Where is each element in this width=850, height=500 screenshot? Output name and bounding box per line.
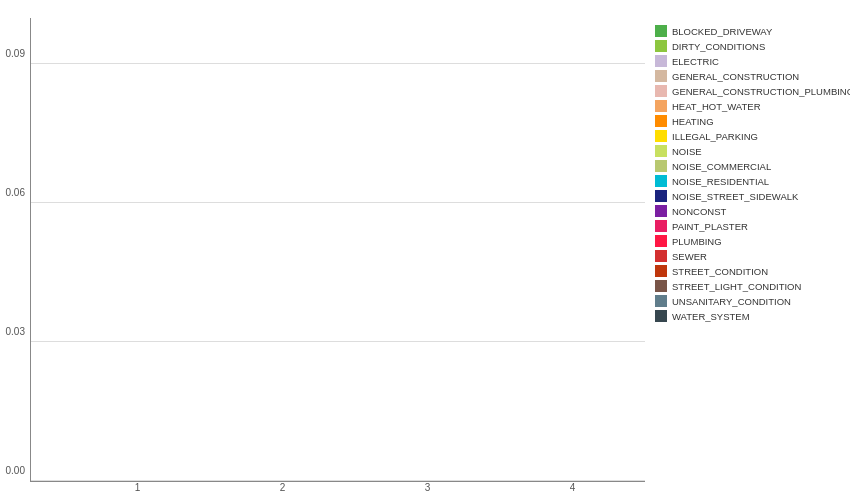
legend-color-box [655, 115, 667, 127]
legend-label: STREET_CONDITION [672, 266, 768, 277]
legend-color-box [655, 250, 667, 262]
legend-item: NOISE [655, 145, 840, 157]
legend-item: STREET_LIGHT_CONDITION [655, 280, 840, 292]
legend-item: NOISE_STREET_SIDEWALK [655, 190, 840, 202]
chart-inner: 0.000.030.060.09 1 2 3 4 [10, 18, 645, 495]
legend-label: STREET_LIGHT_CONDITION [672, 281, 801, 292]
chart-plot: 0.000.030.060.09 1 2 3 4 [30, 18, 645, 495]
y-tick-label: 0.03 [6, 326, 25, 337]
chart-area: 0.000.030.060.09 1 2 3 4 [10, 10, 645, 495]
legend-item: STREET_CONDITION [655, 265, 840, 277]
legend-label: ELECTRIC [672, 56, 719, 67]
legend-label: GENERAL_CONSTRUCTION_PLUMBING [672, 86, 850, 97]
legend-label: PAINT_PLASTER [672, 221, 748, 232]
chart-container: 0.000.030.060.09 1 2 3 4 BLOCKED_DRIVEWA… [0, 0, 850, 500]
legend-label: ILLEGAL_PARKING [672, 131, 758, 142]
legend-label: NOISE [672, 146, 702, 157]
legend-color-box [655, 175, 667, 187]
x-tick-2: 2 [210, 482, 355, 493]
legend-label: NONCONST [672, 206, 726, 217]
legend-item: GENERAL_CONSTRUCTION_PLUMBING [655, 85, 840, 97]
bars-container [31, 18, 645, 481]
legend-item: PLUMBING [655, 235, 840, 247]
x-tick-4: 4 [500, 482, 645, 493]
legend-label: DIRTY_CONDITIONS [672, 41, 765, 52]
legend-item: UNSANITARY_CONDITION [655, 295, 840, 307]
legend-color-box [655, 25, 667, 37]
plot-area: 0.000.030.060.09 [30, 18, 645, 482]
legend-color-box [655, 160, 667, 172]
legend-label: NOISE_RESIDENTIAL [672, 176, 769, 187]
y-tick-label: 0.06 [6, 187, 25, 198]
legend-label: HEATING [672, 116, 714, 127]
legend-item: ILLEGAL_PARKING [655, 130, 840, 142]
legend-color-box [655, 265, 667, 277]
legend-item: WATER_SYSTEM [655, 310, 840, 322]
legend-color-box [655, 100, 667, 112]
legend-color-box [655, 70, 667, 82]
legend-color-box [655, 145, 667, 157]
legend-item: HEATING [655, 115, 840, 127]
legend-color-box [655, 190, 667, 202]
legend: BLOCKED_DRIVEWAY DIRTY_CONDITIONS ELECTR… [645, 10, 845, 495]
legend-item: BLOCKED_DRIVEWAY [655, 25, 840, 37]
legend-label: WATER_SYSTEM [672, 311, 750, 322]
legend-item: PAINT_PLASTER [655, 220, 840, 232]
legend-label: SEWER [672, 251, 707, 262]
legend-label: HEAT_HOT_WATER [672, 101, 761, 112]
legend-item: GENERAL_CONSTRUCTION [655, 70, 840, 82]
y-tick-label: 0.09 [6, 48, 25, 59]
legend-item: NOISE_RESIDENTIAL [655, 175, 840, 187]
legend-color-box [655, 280, 667, 292]
legend-color-box [655, 55, 667, 67]
legend-color-box [655, 130, 667, 142]
legend-color-box [655, 310, 667, 322]
legend-color-box [655, 220, 667, 232]
legend-label: PLUMBING [672, 236, 722, 247]
legend-item: SEWER [655, 250, 840, 262]
legend-label: BLOCKED_DRIVEWAY [672, 26, 772, 37]
legend-item: NOISE_COMMERCIAL [655, 160, 840, 172]
legend-color-box [655, 85, 667, 97]
y-tick-label: 0.00 [6, 465, 25, 476]
x-tick-1: 1 [65, 482, 210, 493]
legend-item: HEAT_HOT_WATER [655, 100, 840, 112]
legend-label: NOISE_COMMERCIAL [672, 161, 771, 172]
legend-label: UNSANITARY_CONDITION [672, 296, 791, 307]
legend-color-box [655, 205, 667, 217]
legend-color-box [655, 40, 667, 52]
legend-color-box [655, 295, 667, 307]
legend-label: NOISE_STREET_SIDEWALK [672, 191, 798, 202]
legend-color-box [655, 235, 667, 247]
legend-item: DIRTY_CONDITIONS [655, 40, 840, 52]
legend-item: ELECTRIC [655, 55, 840, 67]
legend-items: BLOCKED_DRIVEWAY DIRTY_CONDITIONS ELECTR… [655, 25, 840, 325]
x-tick-3: 3 [355, 482, 500, 493]
legend-label: GENERAL_CONSTRUCTION [672, 71, 799, 82]
y-ticks: 0.000.030.060.09 [0, 18, 29, 481]
legend-item: NONCONST [655, 205, 840, 217]
